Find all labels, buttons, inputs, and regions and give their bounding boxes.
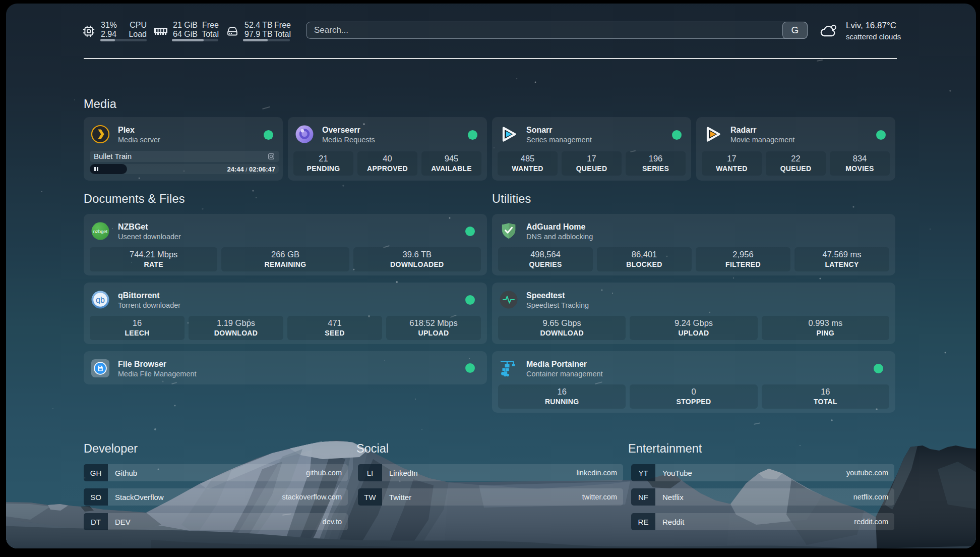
svg-text:qb: qb	[96, 296, 105, 304]
svg-text:nzbget: nzbget	[93, 229, 108, 234]
